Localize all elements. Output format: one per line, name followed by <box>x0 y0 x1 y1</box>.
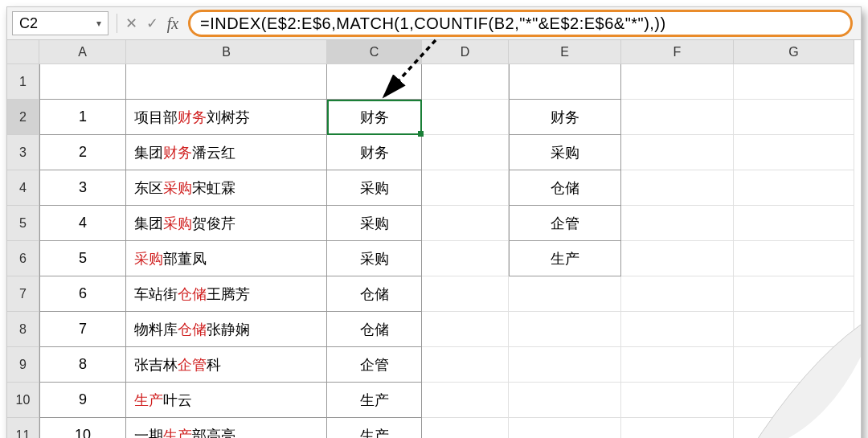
cell-C7[interactable]: 仓储 <box>327 276 422 312</box>
cell-A2[interactable]: 1 <box>39 100 126 135</box>
column-header-E[interactable]: E <box>509 40 621 64</box>
cell-D9[interactable] <box>422 347 509 383</box>
cell-G3[interactable] <box>734 135 854 170</box>
cell-D7[interactable] <box>422 276 509 312</box>
cell-D11[interactable] <box>422 418 509 438</box>
cell-F7[interactable] <box>621 276 734 312</box>
cell-F2[interactable] <box>621 100 734 135</box>
cell-C1[interactable]: 部门 <box>327 64 422 100</box>
cell-G6[interactable] <box>734 241 854 276</box>
fx-icon[interactable]: fx <box>162 13 183 34</box>
cell-F4[interactable] <box>621 170 734 206</box>
cell-A10[interactable]: 9 <box>39 383 126 418</box>
row-header[interactable]: 2 <box>7 100 39 135</box>
cell-E8[interactable] <box>509 312 621 347</box>
cell-G8[interactable] <box>734 312 854 347</box>
select-all-corner[interactable] <box>7 40 39 64</box>
cell-E7[interactable] <box>509 276 621 312</box>
column-header-C[interactable]: C <box>327 40 422 64</box>
cell-D4[interactable] <box>422 170 509 206</box>
cell-C3[interactable]: 财务 <box>327 135 422 170</box>
row-header[interactable]: 1 <box>7 64 39 100</box>
cell-F8[interactable] <box>621 312 734 347</box>
cell-D1[interactable] <box>422 64 509 100</box>
cancel-icon[interactable]: ✕ <box>121 13 141 34</box>
cell-A7[interactable]: 6 <box>39 276 126 312</box>
cell-E6[interactable]: 生产 <box>509 241 621 276</box>
cell-F11[interactable] <box>621 418 734 438</box>
cell-C10[interactable]: 生产 <box>327 383 422 418</box>
cell-G11[interactable] <box>734 418 854 438</box>
cell-E3[interactable]: 采购 <box>509 135 621 170</box>
cell-B7[interactable]: 车站街仓储王腾芳 <box>126 276 327 312</box>
row-header[interactable]: 4 <box>7 170 39 206</box>
cell-D5[interactable] <box>422 206 509 241</box>
cell-G4[interactable] <box>734 170 854 206</box>
row-header[interactable]: 7 <box>7 276 39 312</box>
cell-F10[interactable] <box>621 383 734 418</box>
cell-A11[interactable]: 10 <box>39 418 126 438</box>
cell-F9[interactable] <box>621 347 734 383</box>
cell-F5[interactable] <box>621 206 734 241</box>
cell-A5[interactable]: 4 <box>39 206 126 241</box>
cell-F6[interactable] <box>621 241 734 276</box>
cell-G2[interactable] <box>734 100 854 135</box>
cell-E10[interactable] <box>509 383 621 418</box>
cell-C5[interactable]: 采购 <box>327 206 422 241</box>
cell-D8[interactable] <box>422 312 509 347</box>
name-box[interactable]: C2 ▾ <box>12 11 108 35</box>
cell-F1[interactable] <box>621 64 734 100</box>
cell-G9[interactable] <box>734 347 854 383</box>
formula-input[interactable]: =INDEX(E$2:E$6,MATCH(1,COUNTIF(B2,"*"&E$… <box>188 10 853 37</box>
cell-B10[interactable]: 生产叶云 <box>126 383 327 418</box>
cell-A3[interactable]: 2 <box>39 135 126 170</box>
column-header-F[interactable]: F <box>621 40 734 64</box>
cell-F3[interactable] <box>621 135 734 170</box>
cell-A4[interactable]: 3 <box>39 170 126 206</box>
row-header[interactable]: 9 <box>7 347 39 383</box>
row-header[interactable]: 11 <box>7 418 39 438</box>
cell-E2[interactable]: 财务 <box>509 100 621 135</box>
cell-D10[interactable] <box>422 383 509 418</box>
cell-B2[interactable]: 项目部财务刘树芬 <box>126 100 327 135</box>
row-header[interactable]: 8 <box>7 312 39 347</box>
cell-B3[interactable]: 集团财务潘云红 <box>126 135 327 170</box>
cell-B8[interactable]: 物料库仓储张静娴 <box>126 312 327 347</box>
cell-E9[interactable] <box>509 347 621 383</box>
cell-E4[interactable]: 仓储 <box>509 170 621 206</box>
name-box-dropdown-icon[interactable]: ▾ <box>96 18 101 29</box>
column-header-B[interactable]: B <box>126 40 327 64</box>
cell-A8[interactable]: 7 <box>39 312 126 347</box>
column-header-A[interactable]: A <box>39 40 126 64</box>
cell-C4[interactable]: 采购 <box>327 170 422 206</box>
row-header[interactable]: 5 <box>7 206 39 241</box>
cell-B4[interactable]: 东区采购宋虹霖 <box>126 170 327 206</box>
cell-G5[interactable] <box>734 206 854 241</box>
cell-B11[interactable]: 一期生产部高亮 <box>126 418 327 438</box>
row-header[interactable]: 10 <box>7 383 39 418</box>
cell-A6[interactable]: 5 <box>39 241 126 276</box>
cell-E1[interactable]: 部门 <box>509 64 621 100</box>
cell-G1[interactable] <box>734 64 854 100</box>
cell-A9[interactable]: 8 <box>39 347 126 383</box>
cell-C9[interactable]: 企管 <box>327 347 422 383</box>
cell-D6[interactable] <box>422 241 509 276</box>
cell-B6[interactable]: 采购部董凤 <box>126 241 327 276</box>
cell-C6[interactable]: 采购 <box>327 241 422 276</box>
row-header[interactable]: 6 <box>7 241 39 276</box>
cell-E11[interactable] <box>509 418 621 438</box>
spreadsheet-grid[interactable]: A B C D E F G 1序号姓名部门部门21项目部财务刘树芬财务财务32集… <box>6 40 862 438</box>
enter-icon[interactable]: ✓ <box>141 13 162 34</box>
cell-B5[interactable]: 集团采购贺俊芹 <box>126 206 327 241</box>
cell-E5[interactable]: 企管 <box>509 206 621 241</box>
cell-D3[interactable] <box>422 135 509 170</box>
cell-G10[interactable] <box>734 383 854 418</box>
cell-C11[interactable]: 生产 <box>327 418 422 438</box>
cell-C2[interactable]: 财务 <box>327 100 422 135</box>
cell-D2[interactable] <box>422 100 509 135</box>
cell-G7[interactable] <box>734 276 854 312</box>
cell-B1[interactable]: 姓名 <box>126 64 327 100</box>
column-header-G[interactable]: G <box>734 40 854 64</box>
cell-C8[interactable]: 仓储 <box>327 312 422 347</box>
cell-B9[interactable]: 张吉林企管科 <box>126 347 327 383</box>
